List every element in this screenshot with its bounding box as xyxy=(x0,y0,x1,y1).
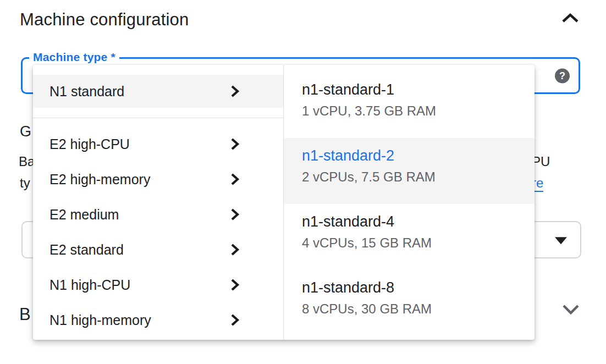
chevron-right-icon xyxy=(229,85,240,98)
menu-item-label: N1 high-memory xyxy=(49,312,151,328)
chevron-right-icon xyxy=(229,243,240,256)
option-n1-standard-1[interactable]: n1-standard-1 1 vCPU, 3.75 GB RAM xyxy=(284,72,535,138)
menu-item-label: E2 standard xyxy=(49,242,124,258)
menu-item-n1-standard[interactable]: N1 standard xyxy=(33,75,283,108)
machine-type-options-pane: n1-standard-1 1 vCPU, 3.75 GB RAM n1-sta… xyxy=(284,65,535,340)
option-n1-standard-8[interactable]: n1-standard-8 8 vCPUs, 30 GB RAM xyxy=(284,270,535,336)
option-name: n1-standard-2 xyxy=(302,148,535,163)
option-specs: 4 vCPUs, 15 GB RAM xyxy=(302,236,535,250)
chevron-right-icon xyxy=(229,173,240,186)
option-specs: 1 vCPU, 3.75 GB RAM xyxy=(302,104,535,118)
chevron-down-icon[interactable] xyxy=(561,303,580,316)
menu-item-e2-standard[interactable]: E2 standard xyxy=(33,232,283,267)
machine-configuration-section: Machine configuration G Ba ty PU re B Ma… xyxy=(0,0,606,364)
menu-item-n1-high-cpu[interactable]: N1 high-CPU xyxy=(33,267,283,302)
background-text-fragment: ty xyxy=(20,175,30,191)
chevron-right-icon xyxy=(229,208,240,221)
menu-divider xyxy=(33,118,283,118)
machine-type-menu: N1 standard E2 high-CPU E2 high-memory xyxy=(33,65,535,340)
option-n1-standard-2[interactable]: n1-standard-2 2 vCPUs, 7.5 GB RAM xyxy=(284,138,535,204)
menu-item-label: N1 high-CPU xyxy=(49,277,130,293)
option-name: n1-standard-4 xyxy=(302,214,535,229)
background-heading-fragment: G xyxy=(20,123,31,140)
menu-item-e2-high-memory[interactable]: E2 high-memory xyxy=(33,162,283,197)
option-specs: 2 vCPUs, 7.5 GB RAM xyxy=(302,170,535,184)
menu-item-n1-high-memory[interactable]: N1 high-memory xyxy=(33,302,283,338)
background-text-fragment: Ba xyxy=(19,154,35,169)
machine-family-pane: N1 standard E2 high-CPU E2 high-memory xyxy=(33,65,283,340)
page-title: Machine configuration xyxy=(20,10,189,30)
machine-type-label: Machine type * xyxy=(29,51,119,64)
chevron-right-icon xyxy=(229,137,240,151)
chevron-right-icon xyxy=(229,313,240,327)
option-n1-standard-4[interactable]: n1-standard-4 4 vCPUs, 15 GB RAM xyxy=(284,204,535,270)
option-name: n1-standard-1 xyxy=(302,82,535,97)
chevron-up-icon[interactable] xyxy=(561,13,579,24)
menu-item-label: E2 high-CPU xyxy=(49,136,130,152)
menu-item-label: E2 medium xyxy=(49,207,119,223)
arrow-drop-down-icon xyxy=(555,237,567,244)
menu-item-e2-high-cpu[interactable]: E2 high-CPU xyxy=(33,126,283,162)
option-specs: 8 vCPUs, 30 GB RAM xyxy=(302,302,535,316)
background-section-heading-fragment: B xyxy=(19,305,31,324)
menu-item-label: E2 high-memory xyxy=(49,172,150,187)
background-text-fragment: PU xyxy=(532,154,550,169)
menu-item-e2-medium[interactable]: E2 medium xyxy=(33,197,283,232)
help-icon[interactable]: ? xyxy=(555,68,570,83)
menu-item-label: N1 standard xyxy=(49,84,124,100)
option-name: n1-standard-8 xyxy=(302,280,535,295)
chevron-right-icon xyxy=(229,278,240,291)
